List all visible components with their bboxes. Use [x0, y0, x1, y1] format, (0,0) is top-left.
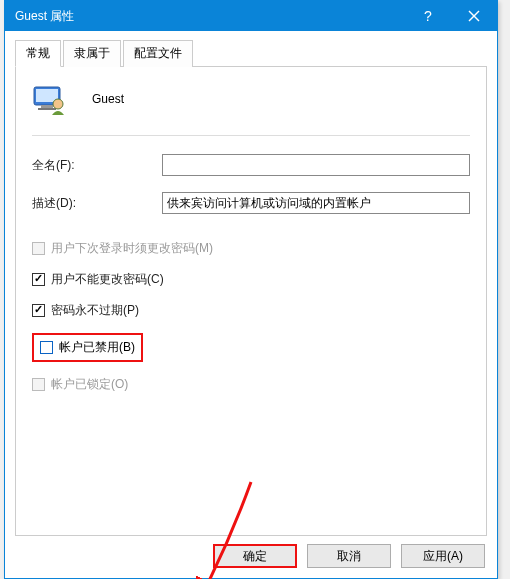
user-icon	[32, 81, 68, 117]
tabstrip: 常规 隶属于 配置文件	[15, 39, 487, 66]
tabpanel-general: Guest 全名(F): 描述(D): 用户下次登录时须更改密码(M) 用户不能…	[15, 66, 487, 536]
check-cannot-change-password[interactable]: 用户不能更改密码(C)	[32, 271, 470, 288]
check-password-never-expires[interactable]: 密码永不过期(P)	[32, 302, 470, 319]
check-label: 帐户已锁定(O)	[51, 376, 128, 393]
close-button[interactable]	[451, 1, 497, 31]
properties-dialog: Guest 属性 ? 常规 隶属于 配置文件	[4, 0, 498, 579]
check-must-change-password: 用户下次登录时须更改密码(M)	[32, 240, 470, 257]
checkbox-group: 用户下次登录时须更改密码(M) 用户不能更改密码(C) 密码永不过期(P) 帐户…	[32, 240, 470, 393]
fullname-label: 全名(F):	[32, 157, 162, 174]
ok-button[interactable]: 确定	[213, 544, 297, 568]
svg-rect-4	[41, 105, 53, 108]
check-label: 用户不能更改密码(C)	[51, 271, 164, 288]
username-label: Guest	[92, 92, 124, 106]
tab-general[interactable]: 常规	[15, 40, 61, 67]
titlebar-buttons: ?	[405, 1, 497, 31]
cancel-button[interactable]: 取消	[307, 544, 391, 568]
client-area: 常规 隶属于 配置文件 Guest	[5, 31, 497, 578]
highlight-account-disabled: 帐户已禁用(B)	[32, 333, 143, 362]
description-input[interactable]	[162, 192, 470, 214]
checkbox-icon	[32, 378, 45, 391]
check-label: 帐户已禁用(B)	[59, 339, 135, 356]
checkbox-icon	[32, 273, 45, 286]
check-label: 用户下次登录时须更改密码(M)	[51, 240, 213, 257]
tab-memberof[interactable]: 隶属于	[63, 40, 121, 67]
fullname-input[interactable]	[162, 154, 470, 176]
description-row: 描述(D):	[32, 192, 470, 214]
close-icon	[468, 10, 480, 22]
svg-point-6	[53, 99, 63, 109]
dialog-buttons: 确定 取消 应用(A)	[15, 544, 487, 568]
separator	[32, 135, 470, 136]
help-button[interactable]: ?	[405, 1, 451, 31]
checkbox-icon[interactable]	[40, 341, 53, 354]
identity-row: Guest	[32, 81, 470, 117]
apply-button[interactable]: 应用(A)	[401, 544, 485, 568]
tab-profiles[interactable]: 配置文件	[123, 40, 193, 67]
check-label: 密码永不过期(P)	[51, 302, 139, 319]
fullname-row: 全名(F):	[32, 154, 470, 176]
svg-rect-5	[38, 108, 56, 110]
checkbox-icon	[32, 304, 45, 317]
check-account-locked: 帐户已锁定(O)	[32, 376, 470, 393]
checkbox-icon	[32, 242, 45, 255]
description-label: 描述(D):	[32, 195, 162, 212]
window-title: Guest 属性	[15, 8, 405, 25]
titlebar[interactable]: Guest 属性 ?	[5, 1, 497, 31]
